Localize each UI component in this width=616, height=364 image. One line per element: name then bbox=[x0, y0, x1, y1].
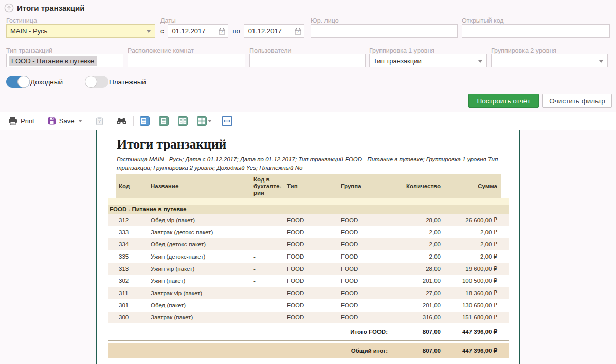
cell-acct-code: - bbox=[250, 288, 284, 298]
clipboard-icon: ? bbox=[96, 117, 103, 125]
multiple-pages-icon bbox=[197, 116, 207, 126]
toolbar-separator bbox=[89, 116, 89, 126]
table-row[interactable]: 312 Обед vip (пакет) - FOOD FOOD 28,00 2… bbox=[108, 214, 509, 226]
report-toolbar: Print Save ? bbox=[0, 112, 616, 130]
cell-code: 333 bbox=[116, 228, 148, 237]
table-row[interactable]: 333 Завтрак (детокс-пакет) - FOOD FOOD 2… bbox=[108, 226, 509, 239]
cell-group: FOOD bbox=[338, 301, 391, 310]
report-table: Код Название Код в бухгалте-рии Тип Груп… bbox=[108, 174, 509, 358]
group-total-quantity: 807,00 bbox=[391, 327, 445, 336]
cell-sum: 26 600,00 ₽ bbox=[445, 215, 501, 225]
cell-name: Обед (детокс-пакет) bbox=[148, 240, 250, 249]
transaction-report-screen: { "app": { "title": "Итоги транзакций" }… bbox=[0, 0, 616, 364]
table-row[interactable]: 334 Обед (детокс-пакет) - FOOD FOOD 2,00… bbox=[108, 238, 509, 250]
cell-group: FOOD bbox=[338, 288, 391, 298]
date-from-input[interactable]: 01.12.2017 7 bbox=[168, 24, 228, 38]
toolbar-separator bbox=[110, 116, 110, 126]
table-row[interactable]: 301 Обед (пакет) - FOOD FOOD 201,00 130 … bbox=[108, 299, 509, 312]
cell-code: 301 bbox=[116, 301, 148, 310]
date-to-value: 01.12.2017 bbox=[248, 27, 282, 35]
cell-name: Обед vip (пакет) bbox=[148, 215, 250, 225]
grouping1-value: Тип транзакции bbox=[373, 57, 422, 65]
zoom-page-width-button[interactable] bbox=[220, 115, 234, 128]
page-width-icon bbox=[222, 116, 232, 126]
cell-type: FOOD bbox=[284, 288, 338, 298]
cell-name: Ужин (детокс-пакет) bbox=[148, 252, 250, 261]
single-page-icon bbox=[159, 116, 169, 126]
table-row[interactable]: 313 Ужин vip (пакет) - FOOD FOOD 28,00 1… bbox=[108, 263, 509, 275]
open-code-label: Открытый код bbox=[462, 17, 504, 24]
collapse-up-icon[interactable] bbox=[4, 3, 14, 13]
cell-name: Завтрак (пакет) bbox=[148, 313, 250, 322]
print-label: Print bbox=[21, 117, 34, 125]
svg-text:?: ? bbox=[98, 119, 101, 124]
filter-panel: Итоги транзакций Гостиница Даты Юр. лицо… bbox=[0, 0, 616, 112]
chevron-down-icon bbox=[478, 60, 482, 63]
save-button[interactable]: Save bbox=[45, 115, 86, 127]
cell-sum: 18 360,00 ₽ bbox=[445, 288, 501, 298]
legal-entity-input[interactable] bbox=[311, 24, 458, 38]
cell-name: Обед (пакет) bbox=[148, 301, 250, 310]
cell-acct-code: - bbox=[250, 313, 284, 322]
cell-quantity: 201,00 bbox=[391, 276, 445, 285]
grouping2-select[interactable] bbox=[491, 54, 608, 67]
cell-type: FOOD bbox=[284, 228, 338, 237]
col-header-name: Название bbox=[148, 181, 250, 191]
dates-label: Даты bbox=[160, 17, 176, 24]
svg-text:7: 7 bbox=[221, 30, 223, 34]
table-row[interactable]: 300 Завтрак (пакет) - FOOD FOOD 316,00 1… bbox=[108, 312, 509, 324]
users-input[interactable] bbox=[249, 54, 366, 67]
table-body: 312 Обед vip (пакет) - FOOD FOOD 28,00 2… bbox=[108, 214, 509, 323]
date-to-input[interactable]: 01.12.2017 7 bbox=[244, 24, 304, 38]
table-row[interactable]: 335 Ужин (детокс-пакет) - FOOD FOOD 2,00… bbox=[108, 250, 509, 263]
table-row[interactable]: 311 Завтрак vip (пакет) - FOOD FOOD 27,0… bbox=[108, 287, 509, 299]
find-button[interactable] bbox=[114, 115, 130, 126]
grouping2-label: Группировка 2 уровня bbox=[491, 47, 556, 54]
cell-name: Ужин vip (пакет) bbox=[148, 264, 250, 274]
col-header-quantity: Количество bbox=[391, 181, 445, 191]
report-viewport[interactable]: Итоги транзакций Гостиница MAIN - Русь; … bbox=[0, 130, 616, 364]
view-two-pages-button[interactable] bbox=[175, 115, 190, 128]
transaction-type-input[interactable]: FOOD - Питание в путевке bbox=[6, 54, 123, 67]
date-from-value: 01.12.2017 bbox=[172, 27, 206, 35]
toolbar-separator bbox=[133, 116, 134, 126]
clear-filter-button[interactable]: Очистить фильтр bbox=[542, 94, 612, 108]
view-continuous-button[interactable] bbox=[137, 115, 152, 128]
cell-group: FOOD bbox=[338, 215, 391, 225]
grouping1-select[interactable]: Тип транзакции bbox=[369, 54, 487, 67]
date-range: с 01.12.2017 7 по 01.12.2017 7 bbox=[160, 24, 304, 38]
chevron-down-icon bbox=[147, 30, 151, 33]
hotel-select-value: MAIN - Русь bbox=[10, 27, 47, 35]
legal-entity-label: Юр. лицо bbox=[311, 17, 339, 24]
table-row[interactable]: 302 Ужин (пакет) - FOOD FOOD 201,00 100 … bbox=[108, 275, 509, 287]
cell-quantity: 28,00 bbox=[391, 215, 445, 225]
cell-quantity: 2,00 bbox=[391, 252, 445, 261]
report-title: Итоги транзакций bbox=[117, 137, 519, 152]
room-location-input[interactable] bbox=[128, 54, 245, 67]
view-multiple-pages-button[interactable] bbox=[194, 115, 214, 128]
cell-acct-code: - bbox=[250, 215, 284, 225]
payment-toggle-group: Платежный bbox=[85, 76, 146, 88]
table-spacer-row bbox=[108, 198, 509, 205]
payment-toggle[interactable] bbox=[85, 76, 108, 88]
view-single-page-button[interactable] bbox=[156, 115, 171, 128]
group-total-row: Итого FOOD: 807,00 447 396,00 ₽ bbox=[108, 325, 509, 338]
cell-quantity: 201,00 bbox=[391, 301, 445, 310]
report-page: Итоги транзакций Гостиница MAIN - Русь; … bbox=[96, 130, 520, 364]
col-header-sum: Сумма bbox=[445, 181, 501, 191]
hotel-select[interactable]: MAIN - Русь bbox=[6, 24, 155, 38]
cell-type: FOOD bbox=[284, 264, 338, 274]
income-toggle[interactable] bbox=[6, 76, 30, 88]
print-button[interactable]: Print bbox=[5, 115, 38, 128]
build-report-button[interactable]: Построить отчёт bbox=[468, 94, 539, 108]
svg-text:7: 7 bbox=[297, 30, 299, 34]
transaction-type-tag[interactable]: FOOD - Питание в путевке bbox=[9, 56, 97, 66]
cell-quantity: 2,00 bbox=[391, 240, 445, 249]
two-pages-icon bbox=[178, 116, 188, 126]
open-code-input[interactable] bbox=[462, 24, 610, 38]
col-header-acct-code: Код в бухгалте-рии bbox=[250, 175, 284, 198]
toggle-knob bbox=[17, 76, 30, 88]
cell-sum: 19 600,00 ₽ bbox=[445, 264, 501, 274]
cell-code: 302 bbox=[116, 276, 148, 285]
payment-toggle-label: Платежный bbox=[109, 78, 146, 86]
